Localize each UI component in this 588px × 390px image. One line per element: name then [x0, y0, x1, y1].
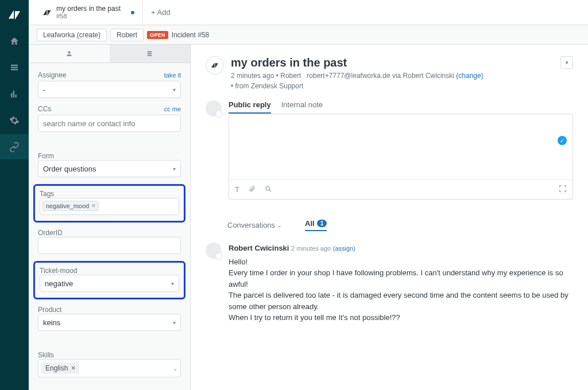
tab-internal-note[interactable]: Internal note — [281, 100, 323, 114]
message-time: 2 minutes ago — [291, 245, 331, 252]
tag-pill[interactable]: negative_mood× — [42, 201, 99, 211]
skills-label: Skills — [38, 351, 54, 359]
breadcrumb: Leafworka (create) Robert OPEN Incident … — [29, 25, 588, 45]
form-select[interactable]: Order questions▾ — [38, 160, 181, 177]
product-select[interactable]: keins▾ — [38, 314, 181, 331]
tab-title: my orders in the past — [56, 5, 121, 13]
nav-home-icon[interactable] — [0, 29, 29, 54]
skills-select[interactable]: English× ⌄ — [38, 359, 181, 377]
check-icon: ✓ — [558, 136, 567, 145]
incident-label: Incident #58 — [172, 31, 209, 39]
ticket-content: my orders in the past 2 minutes ago • Ro… — [191, 45, 588, 390]
mood-label: Ticket-mood — [40, 267, 78, 275]
status-badge: OPEN — [147, 31, 168, 39]
search-icon[interactable] — [265, 185, 272, 194]
tab-sub: #58 — [56, 13, 121, 20]
assign-link[interactable]: (assign) — [333, 245, 355, 252]
user-chip[interactable]: Robert — [110, 29, 144, 41]
nav-admin-icon[interactable] — [0, 108, 29, 133]
tags-label: Tags — [40, 190, 54, 198]
org-chip[interactable]: Leafworka (create) — [37, 29, 107, 41]
ticket-meta: 2 minutes ago • Robert robert+7777@leafw… — [231, 71, 483, 91]
unsaved-dot-icon — [131, 11, 134, 14]
add-tab-button[interactable]: + Add — [143, 0, 179, 25]
take-it-link[interactable]: take it — [164, 72, 181, 79]
format-text-icon[interactable]: T — [235, 185, 239, 194]
nav-link-icon[interactable] — [0, 134, 29, 159]
cc-me-link[interactable]: cc me — [164, 106, 181, 112]
agent-avatar-icon — [206, 100, 222, 116]
ticket-title: my orders in the past — [231, 56, 483, 69]
tags-highlight: Tags negative_mood× — [33, 184, 185, 223]
message: Robert Cwicinski 2 minutes ago (assign) … — [191, 235, 588, 332]
requester-avatar-icon — [206, 56, 224, 75]
tab-public-reply[interactable]: Public reply — [229, 100, 271, 114]
change-link[interactable]: (change) — [456, 72, 483, 80]
message-author: Robert Cwicinski — [229, 244, 289, 252]
ticket-menu-button[interactable]: ▾ — [560, 56, 573, 69]
all-filter[interactable]: All 1 — [305, 219, 327, 231]
mood-highlight: Ticket-mood negative▾ — [33, 261, 185, 299]
nav-reports-icon[interactable] — [0, 81, 29, 107]
reply-editor[interactable]: ✓ T — [229, 114, 573, 200]
tab-bar: my orders in the past #58 + Add — [29, 0, 588, 25]
ticket-sidebar: Assignee take it -▾ CCs cc me — [29, 45, 191, 390]
orderid-label: OrderID — [38, 229, 63, 237]
message-body: Hello! Every time I order in your shop I… — [229, 256, 573, 323]
attach-icon[interactable] — [249, 185, 256, 194]
expand-icon[interactable] — [559, 185, 567, 194]
tags-input[interactable]: negative_mood× — [40, 198, 179, 215]
assignee-label: Assignee — [38, 71, 66, 79]
form-label: Form — [38, 152, 54, 160]
zendesk-logo-icon — [7, 8, 21, 22]
ccs-input[interactable] — [38, 115, 181, 132]
sidebar-tab-ticket[interactable] — [110, 45, 191, 63]
svg-point-0 — [266, 186, 270, 190]
message-avatar-icon — [206, 243, 222, 259]
ticket-tab[interactable]: my orders in the past #58 — [34, 0, 143, 25]
ccs-input-field[interactable] — [43, 119, 176, 128]
sidebar-tab-user[interactable] — [29, 45, 110, 63]
conversations-filter[interactable]: Conversations ⌄ — [227, 221, 282, 229]
skill-remove-icon[interactable]: × — [71, 364, 75, 372]
nav-rail — [0, 0, 29, 390]
all-count-badge: 1 — [317, 220, 327, 227]
mood-select[interactable]: negative▾ — [40, 275, 179, 292]
nav-views-icon[interactable] — [0, 55, 29, 80]
assignee-select[interactable]: -▾ — [38, 81, 181, 98]
ticket-icon — [42, 8, 52, 17]
tag-remove-icon[interactable]: × — [91, 202, 95, 210]
orderid-input[interactable] — [38, 237, 181, 254]
product-label: Product — [38, 306, 61, 314]
ccs-label: CCs — [38, 105, 51, 113]
